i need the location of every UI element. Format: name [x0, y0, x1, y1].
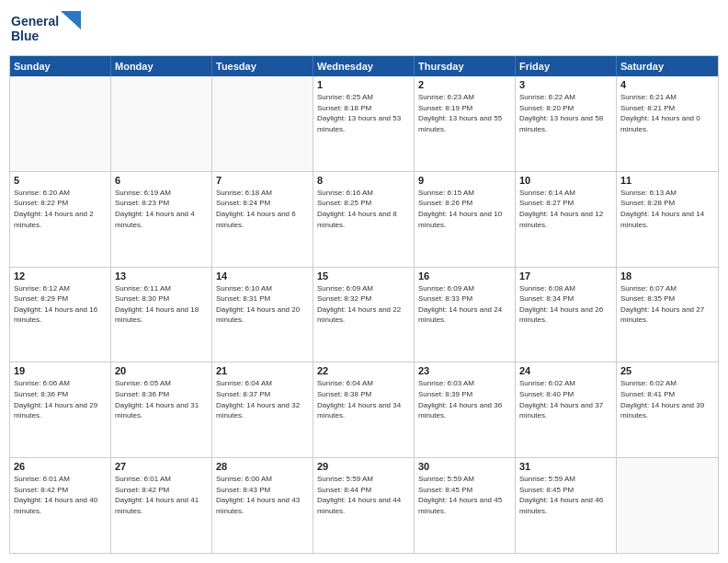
sun-info: Sunrise: 6:12 AM Sunset: 8:29 PM Dayligh…	[14, 283, 107, 326]
sun-info: Sunrise: 6:07 AM Sunset: 8:35 PM Dayligh…	[620, 283, 714, 326]
calendar-header: SundayMondayTuesdayWednesdayThursdayFrid…	[10, 56, 718, 76]
day-number: 2	[418, 79, 511, 90]
sun-info: Sunrise: 6:10 AM Sunset: 8:31 PM Dayligh…	[216, 283, 309, 326]
svg-marker-0	[61, 11, 81, 29]
calendar-cell: 13Sunrise: 6:11 AM Sunset: 8:30 PM Dayli…	[111, 268, 212, 362]
calendar-cell: 2Sunrise: 6:23 AM Sunset: 8:19 PM Daylig…	[415, 76, 516, 171]
sun-info: Sunrise: 5:59 AM Sunset: 8:44 PM Dayligh…	[317, 474, 410, 516]
calendar-week-row: 5Sunrise: 6:20 AM Sunset: 8:22 PM Daylig…	[10, 172, 718, 268]
sun-info: Sunrise: 5:59 AM Sunset: 8:45 PM Dayligh…	[418, 474, 511, 516]
calendar-cell: 27Sunrise: 6:01 AM Sunset: 8:42 PM Dayli…	[111, 458, 212, 553]
calendar-cell: 24Sunrise: 6:02 AM Sunset: 8:40 PM Dayli…	[516, 362, 617, 457]
sun-info: Sunrise: 6:01 AM Sunset: 8:42 PM Dayligh…	[115, 474, 208, 516]
calendar-cell: 20Sunrise: 6:05 AM Sunset: 8:36 PM Dayli…	[111, 362, 212, 457]
day-number: 9	[418, 175, 511, 186]
weekday-header: Wednesday	[313, 56, 415, 76]
day-number: 28	[216, 461, 309, 472]
day-number: 16	[418, 270, 511, 282]
sun-info: Sunrise: 6:04 AM Sunset: 8:38 PM Dayligh…	[317, 378, 410, 420]
day-number: 24	[519, 365, 612, 376]
day-number: 1	[317, 79, 410, 90]
day-number: 29	[317, 461, 410, 472]
weekday-header: Monday	[111, 56, 212, 76]
day-number: 5	[14, 175, 107, 186]
calendar-cell: 30Sunrise: 5:59 AM Sunset: 8:45 PM Dayli…	[415, 458, 516, 553]
day-number: 13	[115, 270, 208, 282]
calendar-body: 1Sunrise: 6:25 AM Sunset: 8:18 PM Daylig…	[10, 76, 718, 553]
calendar-cell: 12Sunrise: 6:12 AM Sunset: 8:29 PM Dayli…	[10, 268, 111, 362]
day-number: 31	[519, 461, 612, 472]
day-number: 6	[115, 175, 208, 186]
day-number: 21	[216, 365, 309, 376]
calendar-cell	[212, 76, 313, 171]
day-number: 3	[519, 79, 612, 90]
calendar-cell: 17Sunrise: 6:08 AM Sunset: 8:34 PM Dayli…	[516, 268, 617, 362]
sun-info: Sunrise: 6:16 AM Sunset: 8:25 PM Dayligh…	[317, 188, 410, 230]
day-number: 7	[216, 175, 309, 186]
sun-info: Sunrise: 6:03 AM Sunset: 8:39 PM Dayligh…	[418, 378, 511, 420]
day-number: 18	[620, 270, 714, 282]
sun-info: Sunrise: 6:22 AM Sunset: 8:20 PM Dayligh…	[519, 92, 612, 134]
calendar-cell	[617, 458, 718, 553]
calendar-cell: 22Sunrise: 6:04 AM Sunset: 8:38 PM Dayli…	[313, 362, 415, 457]
calendar-week-row: 12Sunrise: 6:12 AM Sunset: 8:29 PM Dayli…	[10, 268, 718, 363]
sun-info: Sunrise: 6:20 AM Sunset: 8:22 PM Dayligh…	[14, 188, 107, 230]
day-number: 12	[14, 270, 107, 282]
weekday-header: Sunday	[10, 56, 111, 76]
calendar-cell: 7Sunrise: 6:18 AM Sunset: 8:24 PM Daylig…	[212, 172, 313, 267]
day-number: 26	[14, 461, 107, 472]
sun-info: Sunrise: 6:05 AM Sunset: 8:36 PM Dayligh…	[115, 378, 208, 420]
sun-info: Sunrise: 5:59 AM Sunset: 8:45 PM Dayligh…	[519, 474, 612, 516]
sun-info: Sunrise: 6:01 AM Sunset: 8:42 PM Dayligh…	[14, 474, 107, 516]
sun-info: Sunrise: 6:09 AM Sunset: 8:32 PM Dayligh…	[317, 283, 410, 326]
day-number: 14	[216, 270, 309, 282]
calendar-cell: 4Sunrise: 6:21 AM Sunset: 8:21 PM Daylig…	[617, 76, 718, 171]
svg-text:General: General	[11, 14, 59, 29]
calendar-cell: 26Sunrise: 6:01 AM Sunset: 8:42 PM Dayli…	[10, 458, 111, 553]
sun-info: Sunrise: 6:23 AM Sunset: 8:19 PM Dayligh…	[418, 92, 511, 134]
calendar-cell: 3Sunrise: 6:22 AM Sunset: 8:20 PM Daylig…	[516, 76, 617, 171]
header: GeneralBlue	[9, 9, 719, 48]
day-number: 15	[317, 270, 410, 282]
sun-info: Sunrise: 6:06 AM Sunset: 8:36 PM Dayligh…	[14, 378, 107, 420]
day-number: 27	[115, 461, 208, 472]
day-number: 4	[620, 79, 714, 90]
day-number: 17	[519, 270, 612, 282]
calendar-cell: 15Sunrise: 6:09 AM Sunset: 8:32 PM Dayli…	[313, 268, 415, 362]
calendar-cell: 28Sunrise: 6:00 AM Sunset: 8:43 PM Dayli…	[212, 458, 313, 553]
calendar-cell: 16Sunrise: 6:09 AM Sunset: 8:33 PM Dayli…	[415, 268, 516, 362]
calendar-cell: 10Sunrise: 6:14 AM Sunset: 8:27 PM Dayli…	[516, 172, 617, 267]
calendar-cell: 14Sunrise: 6:10 AM Sunset: 8:31 PM Dayli…	[212, 268, 313, 362]
calendar-cell: 18Sunrise: 6:07 AM Sunset: 8:35 PM Dayli…	[617, 268, 718, 362]
calendar-cell	[10, 76, 111, 171]
sun-info: Sunrise: 6:15 AM Sunset: 8:26 PM Dayligh…	[418, 188, 511, 230]
logo: GeneralBlue	[9, 9, 83, 48]
sun-info: Sunrise: 6:18 AM Sunset: 8:24 PM Dayligh…	[216, 188, 309, 230]
day-number: 10	[519, 175, 612, 186]
calendar-cell: 19Sunrise: 6:06 AM Sunset: 8:36 PM Dayli…	[10, 362, 111, 457]
sun-info: Sunrise: 6:00 AM Sunset: 8:43 PM Dayligh…	[216, 474, 309, 516]
weekday-header: Friday	[516, 56, 617, 76]
calendar-cell: 29Sunrise: 5:59 AM Sunset: 8:44 PM Dayli…	[313, 458, 415, 553]
calendar-cell: 31Sunrise: 5:59 AM Sunset: 8:45 PM Dayli…	[516, 458, 617, 553]
sun-info: Sunrise: 6:02 AM Sunset: 8:40 PM Dayligh…	[519, 378, 612, 420]
calendar-cell: 25Sunrise: 6:02 AM Sunset: 8:41 PM Dayli…	[617, 362, 718, 457]
svg-text:Blue: Blue	[11, 29, 40, 43]
day-number: 11	[620, 175, 714, 186]
day-number: 19	[14, 365, 107, 376]
calendar-cell: 1Sunrise: 6:25 AM Sunset: 8:18 PM Daylig…	[313, 76, 415, 171]
calendar-week-row: 19Sunrise: 6:06 AM Sunset: 8:36 PM Dayli…	[10, 362, 718, 458]
weekday-header: Tuesday	[212, 56, 313, 76]
calendar-cell: 6Sunrise: 6:19 AM Sunset: 8:23 PM Daylig…	[111, 172, 212, 267]
sun-info: Sunrise: 6:04 AM Sunset: 8:37 PM Dayligh…	[216, 378, 309, 420]
sun-info: Sunrise: 6:09 AM Sunset: 8:33 PM Dayligh…	[418, 283, 511, 326]
page-container: GeneralBlue SundayMondayTuesdayWednesday…	[0, 0, 728, 563]
day-number: 8	[317, 175, 410, 186]
calendar-cell: 23Sunrise: 6:03 AM Sunset: 8:39 PM Dayli…	[415, 362, 516, 457]
day-number: 20	[115, 365, 208, 376]
day-number: 22	[317, 365, 410, 376]
day-number: 30	[418, 461, 511, 472]
calendar-week-row: 1Sunrise: 6:25 AM Sunset: 8:18 PM Daylig…	[10, 76, 718, 172]
sun-info: Sunrise: 6:19 AM Sunset: 8:23 PM Dayligh…	[115, 188, 208, 230]
weekday-header: Thursday	[415, 56, 516, 76]
